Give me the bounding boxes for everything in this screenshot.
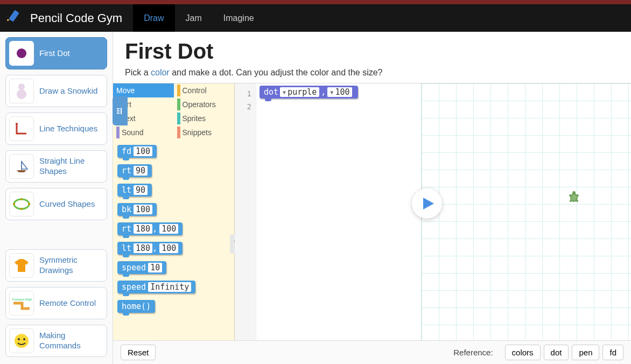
svg-point-29 [570,200,572,202]
block-arg-size[interactable]: ▼100 [327,87,352,97]
svg-rect-20 [117,113,120,114]
lesson-thumb-icon [9,41,34,66]
svg-rect-18 [117,108,120,109]
block-arg[interactable]: 100 [159,243,178,253]
reference-fd[interactable]: fd [602,345,623,360]
block-arg[interactable]: Infinity [148,282,191,292]
nav-tab-jam[interactable]: Jam [175,4,213,32]
svg-point-10 [28,203,30,205]
block-arg[interactable]: 180 [134,224,152,234]
lesson-straight-line-shapes[interactable]: Straight Line Shapes [5,150,107,183]
lesson-label: Symmetric Drawings [39,255,103,276]
lesson-label: First Dot [39,48,70,59]
reference-pen[interactable]: pen [572,345,599,360]
svg-point-2 [17,48,26,58]
block-arg[interactable]: 100 [159,224,178,234]
line-number: 1 [235,87,256,100]
output-canvas [421,83,631,340]
lesson-curved-shapes[interactable]: Curved Shapes [5,188,107,220]
block-arg[interactable]: 10 [148,263,162,272]
svg-point-31 [571,194,577,201]
svg-text:Forward: Forward [12,298,24,301]
pencil-logo-icon [5,8,26,29]
block-arg[interactable]: 90 [134,166,148,176]
reset-button[interactable]: Reset [121,345,156,360]
turtle-icon [568,191,580,205]
svg-point-30 [576,200,578,202]
lesson-remote-control[interactable]: ForwardRightRemote Control [5,287,107,319]
lesson-making-commands[interactable]: Making Commands [5,325,107,357]
lesson-thumb-icon [9,328,34,353]
lesson-label: Remote Control [39,298,96,309]
lesson-thumb-icon: ForwardRight [9,291,34,316]
dot-code-block[interactable]: dot ▼purple, ▼100 [260,86,358,99]
svg-text:Right: Right [25,298,32,301]
brand-title: Pencil Code Gym [30,11,122,25]
palette-tab-control[interactable]: Control [174,83,235,97]
palette-tab-snippets[interactable]: Snippets [174,125,235,139]
svg-point-11 [20,198,23,200]
reference-label: Reference: [453,348,493,357]
lesson-thumb-icon [9,192,34,216]
code-editor[interactable]: 12 dot ▼purple, ▼100 [235,83,421,340]
nav-tab-draw[interactable]: Draw [133,4,174,32]
svg-rect-19 [117,110,120,111]
svg-point-9 [13,203,15,205]
palette-block-rt[interactable]: rt90 [117,164,152,177]
dropdown-icon: ▼ [283,89,286,95]
block-arg[interactable]: 90 [134,185,148,195]
dropdown-icon: ▼ [330,89,333,95]
block-cmd: dot [264,87,278,97]
lesson-sidebar[interactable]: First DotDraw a SnowkidLine TechniquesSt… [0,32,113,364]
palette-block-fd[interactable]: fd100 [117,145,157,158]
block-arg[interactable]: 180 [134,243,152,253]
lesson-label: Line Techniques [39,124,97,134]
palette-block-lt[interactable]: lt180,100 [117,242,183,255]
palette-tab-sprites[interactable]: Sprites [174,111,235,125]
lesson-line-techniques[interactable]: Line Techniques [5,113,107,145]
footer-bar: Reset Reference: colorsdotpenfd [113,340,631,364]
svg-rect-0 [9,10,19,22]
palette-block-bk[interactable]: bk100 [117,203,157,216]
palette-block-speed[interactable]: speed10 [117,261,166,274]
line-gutter: 12 [235,83,256,340]
palette-block-speed[interactable]: speedInfinity [117,281,195,293]
svg-point-12 [20,208,23,210]
palette-tab-move[interactable]: Move [113,83,174,97]
nav-tab-imagine[interactable]: Imagine [213,4,265,32]
palette-tab-sound[interactable]: Sound [113,125,174,139]
lesson-draw-a-snowkid[interactable]: Draw a Snowkid [5,75,107,107]
lesson-label: Curved Shapes [39,199,95,209]
palette-block-lt[interactable]: lt90 [117,184,152,197]
lesson-thumb-icon [9,253,34,278]
lesson-label: Straight Line Shapes [39,156,103,177]
block-arg-color[interactable]: ▼purple [280,87,319,97]
palette-block-rt[interactable]: rt180,100 [117,222,183,235]
play-button[interactable] [412,188,442,219]
block-arg[interactable]: 100 [134,146,152,156]
svg-point-28 [577,194,579,197]
svg-point-15 [15,334,29,348]
block-arg[interactable]: 100 [134,205,152,214]
svg-point-8 [14,199,29,209]
palette-block-home[interactable]: home() [117,300,155,313]
palette-collapse-handle[interactable] [113,96,128,125]
reference-dot[interactable]: dot [544,345,569,360]
page-subtitle: Pick a color and make a dot. Can you adj… [125,68,619,78]
svg-point-16 [18,338,20,340]
color-link[interactable]: color [151,68,170,77]
palette-tab-operators[interactable]: Operators [174,97,235,111]
lesson-symmetric-drawings[interactable]: Symmetric Drawings [5,249,107,282]
svg-rect-21 [121,108,122,114]
subtitle-post: and make a dot. Can you adjust the color… [170,68,383,77]
svg-point-27 [569,194,571,197]
svg-point-26 [572,191,576,194]
svg-point-3 [18,83,25,90]
lesson-label: Making Commands [39,331,103,351]
lesson-thumb-icon [9,79,34,103]
lesson-first-dot[interactable]: First Dot [5,37,107,69]
reference-colors[interactable]: colors [505,345,541,360]
subtitle-pre: Pick a [125,68,151,77]
navbar: Pencil Code Gym DrawJamImagine [0,4,631,32]
lesson-label: Draw a Snowkid [39,86,97,96]
